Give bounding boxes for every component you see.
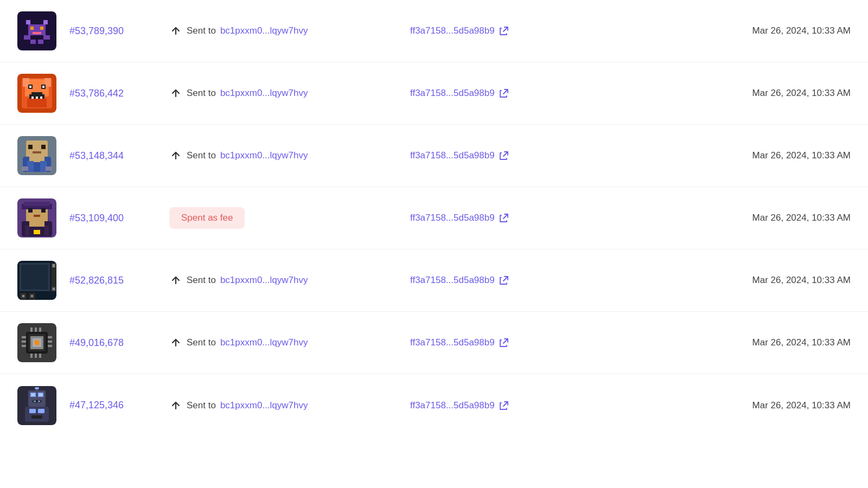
avatar [17, 323, 56, 362]
tx-hash-area: ff3a7158...5d5a98b9 [410, 88, 707, 99]
svg-rect-47 [37, 230, 40, 234]
svg-rect-4 [30, 27, 34, 30]
arrow-up-icon [169, 274, 182, 287]
block-number[interactable]: #52,826,815 [69, 275, 156, 286]
transaction-row: #52,826,815 Sent to bc1pxxm0...lqyw7hvy … [0, 249, 868, 312]
svg-rect-20 [31, 92, 42, 94]
address-link[interactable]: bc1pxxm0...lqyw7hvy [220, 275, 308, 286]
timestamp: Mar 26, 2024, 10:33 AM [720, 88, 851, 99]
svg-rect-94 [38, 401, 40, 402]
action-area: Sent to bc1pxxm0...lqyw7hvy [169, 87, 397, 100]
tx-hash-link[interactable]: ff3a7158...5d5a98b9 [410, 150, 509, 161]
svg-rect-24 [40, 97, 42, 99]
svg-rect-53 [48, 263, 50, 291]
svg-rect-46 [34, 230, 37, 234]
address-link[interactable]: bc1pxxm0...lqyw7hvy [220, 150, 308, 161]
action-area: Sent to bc1pxxm0...lqyw7hvy [169, 274, 397, 287]
sent-label: Sent to [187, 400, 216, 411]
tx-hash-area: ff3a7158...5d5a98b9 [410, 400, 707, 411]
avatar [17, 261, 56, 300]
arrow-up-icon [169, 336, 182, 349]
svg-rect-19 [42, 86, 44, 88]
svg-rect-67 [31, 295, 33, 297]
tx-hash-link[interactable]: ff3a7158...5d5a98b9 [410, 337, 509, 348]
transaction-row: #53,786,442 Sent to bc1pxxm0...lqyw7hvy … [0, 62, 868, 125]
svg-rect-35 [22, 166, 28, 171]
svg-rect-30 [33, 151, 41, 153]
svg-rect-78 [48, 341, 52, 343]
address-link[interactable]: bc1pxxm0...lqyw7hvy [220, 25, 308, 36]
svg-rect-7 [24, 35, 30, 40]
timestamp: Mar 26, 2024, 10:33 AM [720, 25, 851, 36]
svg-rect-6 [33, 32, 41, 34]
address-link[interactable]: bc1pxxm0...lqyw7hvy [220, 88, 308, 99]
svg-rect-98 [31, 415, 42, 419]
tx-hash-text: ff3a7158...5d5a98b9 [410, 400, 495, 411]
svg-rect-25 [27, 99, 47, 107]
svg-rect-48 [25, 226, 29, 235]
tx-hash-text: ff3a7158...5d5a98b9 [410, 25, 495, 36]
svg-rect-91 [39, 394, 42, 396]
svg-rect-100 [35, 387, 39, 389]
svg-rect-77 [48, 336, 52, 338]
action-area: Sent to bc1pxxm0...lqyw7hvy [169, 149, 397, 162]
timestamp: Mar 26, 2024, 10:33 AM [720, 275, 851, 286]
avatar [17, 386, 56, 425]
svg-rect-79 [48, 345, 52, 347]
block-number[interactable]: #53,148,344 [69, 150, 156, 162]
tx-hash-area: ff3a7158...5d5a98b9 [410, 337, 707, 348]
svg-rect-41 [28, 208, 33, 213]
transaction-row: #53,148,344 Sent to bc1pxxm0...lqyw7hvy … [0, 125, 868, 187]
svg-rect-64 [22, 295, 24, 297]
tx-hash-link[interactable]: ff3a7158...5d5a98b9 [410, 88, 509, 99]
svg-rect-81 [35, 328, 37, 332]
tx-hash-area: ff3a7158...5d5a98b9 [410, 25, 707, 36]
avatar [17, 11, 56, 50]
timestamp: Mar 26, 2024, 10:33 AM [720, 150, 851, 161]
svg-rect-51 [20, 263, 50, 291]
svg-rect-61 [53, 288, 55, 290]
external-link-icon [499, 338, 509, 348]
arrow-up-icon [169, 24, 182, 37]
avatar [17, 198, 56, 237]
svg-rect-90 [31, 394, 35, 396]
tx-hash-link[interactable]: ff3a7158...5d5a98b9 [410, 25, 509, 36]
svg-rect-55 [20, 290, 50, 291]
transaction-list: #53,789,390 Sent to bc1pxxm0...lqyw7hvy … [0, 0, 868, 436]
svg-rect-74 [22, 336, 26, 338]
arrow-up-icon [169, 87, 182, 100]
tx-hash-link[interactable]: ff3a7158...5d5a98b9 [410, 275, 509, 286]
svg-rect-58 [53, 264, 55, 267]
action-area: Sent to bc1pxxm0...lqyw7hvy [169, 399, 397, 412]
svg-rect-83 [30, 354, 33, 358]
external-link-icon [499, 88, 509, 98]
svg-rect-40 [24, 202, 50, 206]
avatar [17, 74, 56, 113]
external-link-icon [499, 26, 509, 36]
address-link[interactable]: bc1pxxm0...lqyw7hvy [220, 337, 308, 348]
svg-rect-95 [25, 407, 49, 422]
action-area: Sent to bc1pxxm0...lqyw7hvy [169, 24, 397, 37]
svg-rect-80 [30, 328, 33, 332]
sent-label: Sent to [187, 337, 216, 348]
timestamp: Mar 26, 2024, 10:33 AM [720, 213, 851, 223]
svg-rect-28 [28, 145, 33, 149]
block-number[interactable]: #53,786,442 [69, 88, 156, 99]
svg-rect-36 [46, 166, 52, 171]
block-number[interactable]: #47,125,346 [69, 400, 156, 411]
tx-hash-link[interactable]: ff3a7158...5d5a98b9 [410, 213, 509, 223]
block-number[interactable]: #49,016,678 [69, 337, 156, 349]
block-number[interactable]: #53,789,390 [69, 25, 156, 37]
svg-rect-49 [44, 226, 49, 235]
transaction-row: #53,789,390 Sent to bc1pxxm0...lqyw7hvy … [0, 0, 868, 62]
sent-label: Sent to [187, 275, 216, 286]
sent-label: Sent to [187, 88, 216, 99]
block-number[interactable]: #53,109,400 [69, 213, 156, 224]
svg-rect-82 [39, 328, 41, 332]
tx-hash-area: ff3a7158...5d5a98b9 [410, 213, 707, 223]
external-link-icon [499, 213, 509, 223]
address-link[interactable]: bc1pxxm0...lqyw7hvy [220, 400, 308, 411]
tx-hash-link[interactable]: ff3a7158...5d5a98b9 [410, 400, 509, 411]
action-area: Spent as fee [169, 207, 397, 229]
svg-rect-84 [35, 354, 37, 358]
